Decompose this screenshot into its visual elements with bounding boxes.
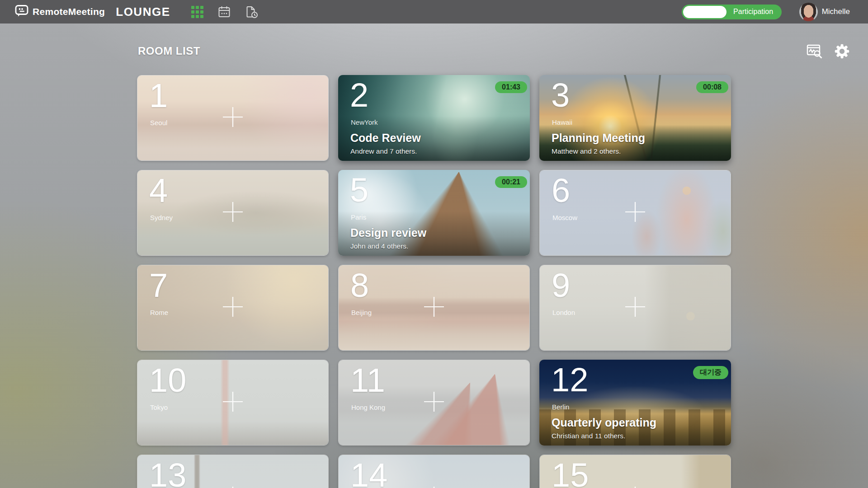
meeting-participants: John and 4 others. bbox=[350, 242, 408, 250]
topbar-nav bbox=[191, 5, 258, 19]
room-status-badge: 대기중 bbox=[693, 366, 728, 379]
room-city: NewYork bbox=[351, 118, 377, 126]
calendar-icon[interactable] bbox=[218, 5, 231, 18]
room-status-badge: 00:21 bbox=[495, 176, 527, 188]
room-card[interactable]: 8 Beijing bbox=[338, 265, 530, 351]
room-card[interactable]: 11 Hong Kong bbox=[338, 360, 530, 446]
room-number: 7 bbox=[149, 269, 168, 302]
room-card[interactable]: 14 bbox=[338, 455, 530, 488]
room-number: 1 bbox=[149, 79, 168, 113]
room-card[interactable]: 7 Rome bbox=[137, 265, 329, 351]
user-name: Michelle bbox=[822, 7, 850, 16]
room-number: 14 bbox=[350, 459, 387, 488]
room-number: 13 bbox=[149, 459, 186, 488]
room-city: Hong Kong bbox=[351, 404, 385, 411]
room-card[interactable]: 13 bbox=[137, 455, 329, 488]
room-card[interactable]: 15 bbox=[539, 455, 731, 488]
room-city: Moscow bbox=[552, 214, 577, 221]
gear-icon[interactable] bbox=[834, 43, 850, 59]
room-status-badge: 01:43 bbox=[495, 81, 527, 93]
room-number: 3 bbox=[551, 79, 570, 112]
meeting-title: Code Review bbox=[350, 131, 421, 145]
room-number: 2 bbox=[350, 79, 368, 112]
room-card[interactable]: 12 Berlin 대기중 Quarterly operating Christ… bbox=[539, 360, 731, 446]
room-number: 12 bbox=[551, 363, 588, 397]
document-clock-icon[interactable] bbox=[245, 5, 258, 19]
room-number: 10 bbox=[149, 364, 186, 397]
room-status-badge: 00:08 bbox=[696, 81, 728, 93]
plus-icon bbox=[625, 486, 646, 488]
plus-icon bbox=[625, 296, 646, 319]
plus-icon bbox=[222, 202, 243, 224]
participation-toggle[interactable]: Participation bbox=[682, 5, 782, 19]
plus-icon bbox=[222, 107, 243, 129]
grid-view-icon[interactable] bbox=[191, 6, 203, 18]
app-title: LOUNGE bbox=[116, 5, 170, 19]
room-city: Seoul bbox=[150, 119, 167, 127]
plus-icon bbox=[625, 202, 646, 224]
room-number: 6 bbox=[552, 174, 570, 207]
plus-icon bbox=[424, 296, 444, 319]
room-city: Beijing bbox=[351, 309, 372, 316]
meeting-title: Quarterly operating bbox=[552, 416, 656, 429]
room-card[interactable]: 1 Seoul bbox=[137, 75, 329, 161]
room-grid: 1 Seoul 2 NewYork 01:43 Code Review Andr… bbox=[137, 75, 731, 488]
room-city: Rome bbox=[150, 309, 168, 316]
room-number: 5 bbox=[350, 174, 368, 207]
room-number: 8 bbox=[350, 269, 369, 302]
meeting-participants: Andrew and 7 others. bbox=[350, 147, 417, 155]
room-number: 11 bbox=[350, 364, 385, 397]
plus-icon bbox=[424, 391, 444, 414]
remotemeeting-logo[interactable]: RemoteMeeting bbox=[15, 5, 105, 19]
topbar-right: Participation Michelle bbox=[682, 3, 850, 21]
plus-icon bbox=[222, 486, 243, 488]
room-city: Sydney bbox=[150, 214, 173, 221]
toggle-label: Participation bbox=[729, 5, 778, 19]
meeting-participants: Matthew and 2 others. bbox=[552, 147, 621, 155]
speech-bubble-logo-icon bbox=[15, 5, 28, 19]
room-card[interactable]: 2 NewYork 01:43 Code Review Andrew and 7… bbox=[338, 75, 530, 161]
plus-icon bbox=[222, 391, 243, 414]
top-bar: RemoteMeeting LOUNGE bbox=[0, 0, 868, 23]
room-city: Berlin bbox=[552, 403, 569, 411]
room-card[interactable]: 3 Hawaii 00:08 Planning Meeting Matthew … bbox=[539, 75, 731, 161]
room-card[interactable]: 5 Paris 00:21 Design review John and 4 o… bbox=[338, 170, 530, 256]
header-actions bbox=[806, 42, 850, 60]
room-card[interactable]: 9 London bbox=[539, 265, 731, 351]
plus-icon bbox=[424, 486, 444, 488]
room-number: 9 bbox=[552, 269, 570, 302]
toggle-knob[interactable] bbox=[683, 6, 726, 18]
meeting-participants: Christian and 11 others. bbox=[552, 432, 625, 440]
brand-name: RemoteMeeting bbox=[33, 6, 105, 17]
meeting-title: Design review bbox=[350, 226, 426, 239]
room-city: Paris bbox=[351, 213, 366, 221]
room-card[interactable]: 10 Tokyo bbox=[137, 360, 329, 446]
room-number: 15 bbox=[552, 459, 589, 488]
room-number: 4 bbox=[149, 174, 168, 207]
room-city: Tokyo bbox=[150, 404, 168, 411]
page-title: ROOM LIST bbox=[138, 45, 200, 57]
user-avatar[interactable] bbox=[799, 3, 818, 21]
room-city: London bbox=[552, 309, 575, 316]
room-city: Hawaii bbox=[552, 118, 572, 126]
room-card[interactable]: 4 Sydney bbox=[137, 170, 329, 256]
lounge-screen: RemoteMeeting LOUNGE bbox=[0, 0, 868, 488]
meeting-title: Planning Meeting bbox=[552, 131, 645, 145]
room-card[interactable]: 6 Moscow bbox=[539, 170, 731, 256]
plus-icon bbox=[222, 296, 243, 319]
monitor-search-icon[interactable] bbox=[806, 42, 823, 60]
